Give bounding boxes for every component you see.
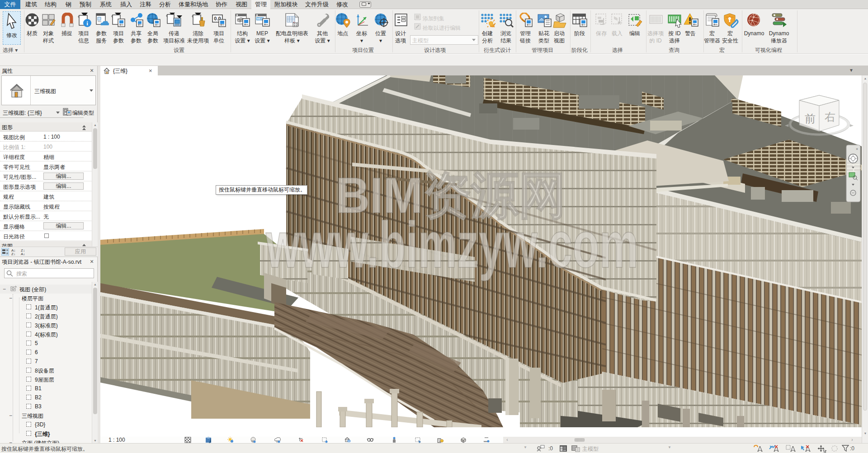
svg-text:×: × — [856, 147, 858, 151]
svg-text:www.bimzyw.com: www.bimzyw.com — [265, 208, 638, 281]
svg-text:Z↓: Z↓ — [11, 252, 15, 256]
svg-text:前: 前 — [805, 112, 816, 125]
svg-text:i: i — [86, 20, 88, 27]
svg-text:右: 右 — [825, 111, 835, 123]
svg-text:A↓: A↓ — [21, 252, 25, 256]
